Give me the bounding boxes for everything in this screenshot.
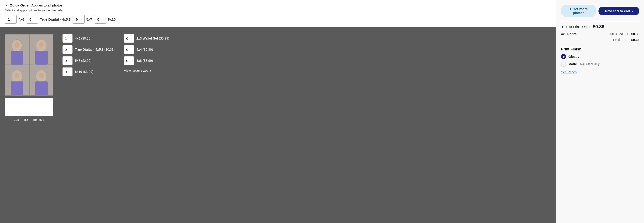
- photo-cell-4: [30, 65, 54, 95]
- print-qty-4x4[interactable]: [124, 45, 134, 54]
- svg-rect-11: [11, 81, 23, 95]
- print-options: 4x6 ($0.38) True Digital - 4x5.3 ($0.38)…: [62, 34, 169, 76]
- page-layout: ▼ Quick Order: Applies to all photos Sel…: [0, 0, 644, 223]
- order-item-price-each: $0.38 ea.: [610, 32, 624, 36]
- quick-order-inputs: 4x6 True Digital - 4x5.3 5x7 8x10: [4, 15, 552, 24]
- quick-order-size-4x6: 4x6: [18, 17, 24, 21]
- view-larger-button[interactable]: View larger sizes ▾: [124, 69, 169, 72]
- print-option-5x7: 5x7 ($2.99): [62, 56, 115, 65]
- quick-order-qty-8x10[interactable]: [94, 15, 106, 24]
- radio-matte-label: Matte: [568, 62, 577, 66]
- main-panel: ▼ Quick Order: Applies to all photos Sel…: [0, 0, 556, 223]
- print-label-4x6: 4x6 ($0.38): [75, 37, 92, 40]
- order-item-qty: 1: [627, 32, 628, 36]
- order-summary: ▼ Your Prints Order: $0.38 4x6 Prints $0…: [561, 21, 640, 42]
- photo-area: Edit 4x6 Remove 4x6 ($0.38): [0, 27, 556, 223]
- arrow-right-icon: ›: [632, 9, 633, 13]
- photo-name-label: 4x6: [24, 118, 28, 121]
- radio-glossy-circle[interactable]: [561, 54, 566, 59]
- quick-order-size-true-digital: True Digital - 4x5.3: [40, 17, 71, 21]
- photo-actions: Edit 4x6 Remove: [14, 118, 44, 121]
- quick-order-subtitle: Select and apply options to your entire …: [4, 9, 552, 12]
- order-summary-chevron-icon[interactable]: ▼: [561, 25, 564, 29]
- photo-cell-1: [5, 35, 29, 65]
- radio-matte-sublabel: Mail Order Only: [580, 63, 600, 66]
- quick-order-qty-true-digital[interactable]: [26, 15, 38, 24]
- quick-order-size-5x7: 5x7: [86, 17, 92, 21]
- order-item-total: $0.38: [631, 32, 640, 36]
- sidebar-action-buttons: + Get more photos Proceed to cart ›: [561, 5, 640, 17]
- photo-cell-2: [30, 35, 54, 65]
- svg-rect-15: [35, 81, 48, 95]
- quick-order-title: ▼ Quick Order: Applies to all photos: [4, 3, 552, 7]
- print-label-true-digital: True Digital - 4x5.3 ($0.38): [75, 48, 115, 51]
- order-total-label: Total: [613, 38, 620, 42]
- quick-order-qty-5x7[interactable]: [72, 15, 84, 24]
- radio-matte[interactable]: Matte Mail Order Only: [561, 62, 640, 67]
- print-option-wallet: 2x3 Wallet Set ($0.99): [124, 34, 169, 43]
- remove-button[interactable]: Remove: [33, 118, 44, 121]
- quick-order-size-8x10: 8x10: [108, 17, 116, 21]
- svg-point-8: [39, 42, 44, 48]
- radio-matte-circle[interactable]: [561, 62, 566, 67]
- print-label-8x8: 8x8 ($3.99): [136, 59, 153, 63]
- print-label-4x4: 4x4 ($0.39): [136, 48, 153, 51]
- quick-order-chevron-icon[interactable]: ▼: [4, 4, 8, 7]
- print-label-wallet: 2x3 Wallet Set ($0.99): [136, 37, 169, 40]
- order-total-qty: 1: [625, 38, 627, 42]
- svg-point-4: [14, 42, 19, 48]
- order-item-label: 4x6 Prints: [561, 32, 576, 36]
- print-finish-section: Print Finish Glossy Matte Mail Order Onl…: [561, 47, 640, 74]
- print-finish-title: Print Finish: [561, 47, 640, 51]
- print-col-1: 4x6 ($0.38) True Digital - 4x5.3 ($0.38)…: [62, 34, 115, 76]
- order-row-4x6: 4x6 Prints $0.38 ea. 1 $0.38: [561, 32, 640, 36]
- order-total-price-value: $0.38: [631, 38, 640, 42]
- print-qty-4x6[interactable]: [62, 34, 72, 43]
- print-option-8x10: 8x10 ($3.99): [62, 67, 115, 76]
- print-option-4x4: 4x4 ($0.39): [124, 45, 169, 54]
- radio-glossy[interactable]: Glossy: [561, 54, 640, 59]
- photo-item: Edit 4x6 Remove: [4, 34, 53, 121]
- order-total-price: $0.38: [593, 24, 604, 29]
- print-qty-8x8[interactable]: [124, 56, 134, 65]
- svg-rect-7: [35, 51, 48, 65]
- print-option-4x6: 4x6 ($0.38): [62, 34, 115, 43]
- print-qty-true-digital[interactable]: [62, 45, 72, 54]
- print-col-2: 2x3 Wallet Set ($0.99) 4x4 ($0.39) 8x8 (…: [124, 34, 169, 76]
- quick-order-label: Quick Order: Applies to all photos: [10, 3, 62, 7]
- order-total-row: Total 1 $0.38: [561, 37, 640, 42]
- svg-rect-3: [11, 51, 23, 65]
- proceed-to-cart-button[interactable]: Proceed to cart ›: [598, 7, 640, 15]
- print-label-8x10: 8x10 ($3.99): [75, 70, 93, 74]
- sidebar: + Get more photos Proceed to cart › ▼ Yo…: [556, 0, 644, 223]
- photo-placeholder: [4, 98, 53, 116]
- get-more-photos-button[interactable]: + Get more photos: [561, 5, 596, 17]
- print-option-true-digital: True Digital - 4x5.3 ($0.38): [62, 45, 115, 54]
- quick-order-qty-4x6[interactable]: [4, 15, 17, 24]
- chevron-down-icon: ▾: [150, 69, 152, 72]
- photo-grid: [4, 34, 53, 96]
- svg-point-12: [14, 73, 19, 78]
- print-option-8x8: 8x8 ($3.99): [124, 56, 169, 65]
- print-label-5x7: 5x7 ($2.99): [75, 59, 92, 63]
- radio-glossy-label: Glossy: [568, 55, 579, 59]
- photo-cell-3: [5, 65, 29, 95]
- svg-point-16: [39, 73, 44, 78]
- see-prices-button[interactable]: See Prices: [561, 70, 577, 74]
- print-qty-wallet[interactable]: [124, 34, 134, 43]
- print-qty-5x7[interactable]: [62, 56, 72, 65]
- print-qty-8x10[interactable]: [62, 67, 72, 76]
- print-cols: 4x6 ($0.38) True Digital - 4x5.3 ($0.38)…: [62, 34, 169, 76]
- order-summary-title: ▼ Your Prints Order: $0.38: [561, 24, 640, 29]
- quick-order-bar: ▼ Quick Order: Applies to all photos Sel…: [0, 0, 556, 27]
- edit-button[interactable]: Edit: [14, 118, 19, 121]
